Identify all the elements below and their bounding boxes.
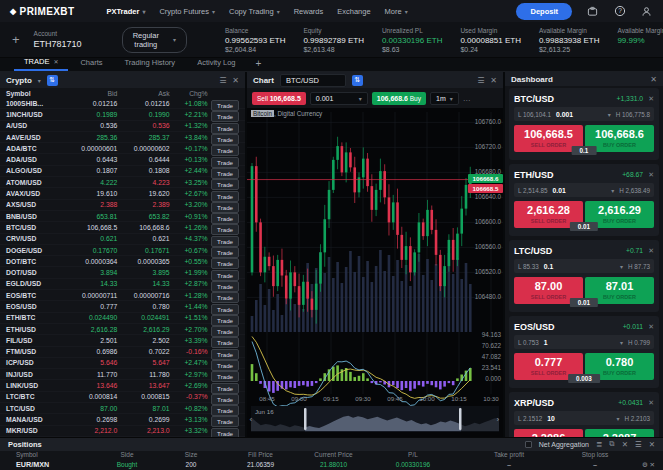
position-take-profit[interactable]: – <box>456 461 562 468</box>
positions-col-p-l[interactable]: P/L <box>370 451 456 458</box>
close-card-icon[interactable]: ✕ <box>648 171 654 179</box>
svg-text:10:30: 10:30 <box>483 395 499 402</box>
row-change: +0.82% <box>170 405 208 412</box>
trading-mode-value: Regular trading <box>133 31 159 49</box>
help-icon[interactable]: ? <box>613 5 626 18</box>
row-ask: 0.024491 <box>117 314 169 321</box>
tab-label: Charts <box>80 58 102 67</box>
card-lot-dropdown[interactable]: 0.1 <box>544 263 553 270</box>
close-icon[interactable]: ✕ <box>232 76 239 85</box>
wallet-icon[interactable] <box>586 5 599 18</box>
watchlist-row[interactable]: MKR/USD2,212.02,213.0+3.32%Trade <box>0 426 245 437</box>
candlestick-chart[interactable]: 106668.6106668.5106760.0106720.0106680.0… <box>247 108 503 437</box>
row-symbol: EOS/BTC <box>6 292 65 299</box>
close-icon[interactable]: ✕ <box>490 76 497 85</box>
net-aggregation-checkbox[interactable] <box>525 441 532 448</box>
row-bid: 0.000814 <box>65 393 117 400</box>
tab-trade[interactable]: TRADE✕ <box>14 55 68 71</box>
chart-symbol-input[interactable]: BTC/USD <box>280 74 346 87</box>
dashboard-title: Dashboard <box>511 75 553 84</box>
row-ask: 0.17671 <box>117 247 169 254</box>
svg-text:94.163: 94.163 <box>482 331 502 338</box>
user-icon[interactable] <box>640 5 653 18</box>
watchlist-title[interactable]: Crypto <box>6 76 32 85</box>
logo-diamond-icon: ◆ <box>10 7 17 16</box>
timeframe-dropdown[interactable]: 1m▾ <box>430 92 459 105</box>
edit-position-icon[interactable]: ⚙ <box>642 461 648 468</box>
col-symbol[interactable]: Symbol <box>6 90 65 97</box>
card-lot-dropdown[interactable]: 10 <box>547 415 555 422</box>
row-ask: 0.6444 <box>117 156 169 163</box>
card-lot-dropdown[interactable]: 0.01 <box>553 187 566 194</box>
close-tab-icon[interactable]: ✕ <box>53 58 58 65</box>
sell-order-button[interactable]: 2.2086SELL ORDER <box>514 429 583 437</box>
position-row[interactable]: EUR/MXN Bought 200 21.06359 21.88010 0.0… <box>0 459 663 470</box>
more-options-icon[interactable]: … <box>463 94 472 103</box>
positions-col-current-price[interactable]: Current Price <box>297 451 370 458</box>
compare-symbols-icon[interactable]: ⇅ <box>352 75 363 86</box>
col-chg[interactable]: Chg% <box>170 90 208 97</box>
tab-activity-log[interactable]: Activity Log <box>187 55 245 71</box>
col-bid[interactable]: Bid <box>65 90 117 97</box>
deposit-button[interactable]: Deposit <box>516 3 572 20</box>
positions-col-size[interactable]: Size <box>158 451 224 458</box>
positions-col-stop-loss[interactable]: Stop loss <box>562 451 628 458</box>
svg-text:106760.0: 106760.0 <box>475 118 502 125</box>
positions-col-take-profit[interactable]: Take profit <box>456 451 562 458</box>
card-lot-dropdown[interactable]: 1 <box>544 339 548 346</box>
row-symbol: EGLD/USD <box>6 280 65 287</box>
row-symbol: DOGE/USD <box>6 247 65 254</box>
clear-icon[interactable]: ✕ <box>622 440 628 449</box>
chevron-down-icon: ▾ <box>616 415 619 422</box>
buy-price: 0.780 <box>585 356 654 368</box>
col-ask[interactable]: Ask <box>117 90 169 97</box>
compare-symbols-icon[interactable]: ⇅ <box>47 75 58 86</box>
nav-item-rewards[interactable]: Rewards <box>294 7 324 16</box>
svg-text:08:45: 08:45 <box>259 395 275 402</box>
add-account-button[interactable]: + <box>12 32 20 47</box>
quantity-dropdown[interactable]: 0.001▾ <box>310 92 368 105</box>
close-card-icon[interactable]: ✕ <box>648 247 654 255</box>
position-fill-price: 21.06359 <box>224 461 297 468</box>
menu-icon[interactable]: ☰ <box>635 440 642 449</box>
close-card-icon[interactable]: ✕ <box>648 323 654 331</box>
trade-button[interactable]: Trade <box>211 428 239 437</box>
chart-area[interactable]: Bitcoin, Digital Currency 106668.6106668… <box>247 108 503 437</box>
buy-order-button[interactable]: 2.2087BUY ORDER <box>585 429 654 437</box>
row-bid: 0.024490 <box>65 314 117 321</box>
nav-item-more[interactable]: More▾ <box>385 7 408 16</box>
card-change: +1,331.0 <box>616 95 643 102</box>
close-card-icon[interactable]: ✕ <box>648 399 654 407</box>
tab-label: Trading History <box>125 58 176 67</box>
sell-button[interactable]: Sell 106,668.5 <box>252 92 306 105</box>
close-position-icon[interactable]: ✕ <box>650 461 655 468</box>
tab-trading-history[interactable]: Trading History <box>115 55 186 71</box>
nav-item-pxtrader[interactable]: PXTrader▾ <box>106 7 145 16</box>
trading-mode-dropdown[interactable]: Regular trading ▾ <box>122 27 187 53</box>
close-icon[interactable]: ✕ <box>649 440 655 449</box>
positions-col-symbol[interactable]: Symbol <box>16 451 96 458</box>
stat-label: Used Margin <box>460 27 521 34</box>
card-buttons: 87.00SELL ORDER87.01BUY ORDER0.01 <box>514 277 654 304</box>
add-tab-button[interactable]: + <box>247 58 269 71</box>
nav-item-crypto-futures[interactable]: Crypto Futures▾ <box>159 7 215 16</box>
menu-icon[interactable]: ☰ <box>477 76 484 85</box>
watchlist-header: Crypto ▾ ⇅ ☰ ✕ <box>0 72 245 88</box>
position-stop-loss[interactable]: – <box>562 461 628 468</box>
close-icon[interactable]: ✕ <box>650 75 657 84</box>
card-lot-dropdown[interactable]: 0.001 <box>556 111 573 118</box>
positions-col-fill-price[interactable]: Fill Price <box>224 451 297 458</box>
export-icon[interactable]: ⧉ <box>609 439 614 449</box>
nav-item-exchange[interactable]: Exchange <box>337 7 370 16</box>
close-card-icon[interactable]: ✕ <box>648 95 654 103</box>
svg-text:10:15: 10:15 <box>451 395 467 402</box>
primexbt-logo[interactable]: ◆ PRIMEXBT <box>10 6 74 17</box>
rows-icon[interactable]: ≣ <box>596 440 602 449</box>
tab-charts[interactable]: Charts <box>70 55 112 71</box>
card-high: H 0.799 <box>628 339 650 346</box>
row-symbol: ETH/USD <box>6 326 65 333</box>
buy-button[interactable]: 106,668.6 Buy <box>372 92 426 105</box>
positions-col-side[interactable]: Side <box>96 451 158 458</box>
menu-icon[interactable]: ☰ <box>219 76 226 85</box>
nav-item-copy-trading[interactable]: Copy Trading▾ <box>229 7 280 16</box>
